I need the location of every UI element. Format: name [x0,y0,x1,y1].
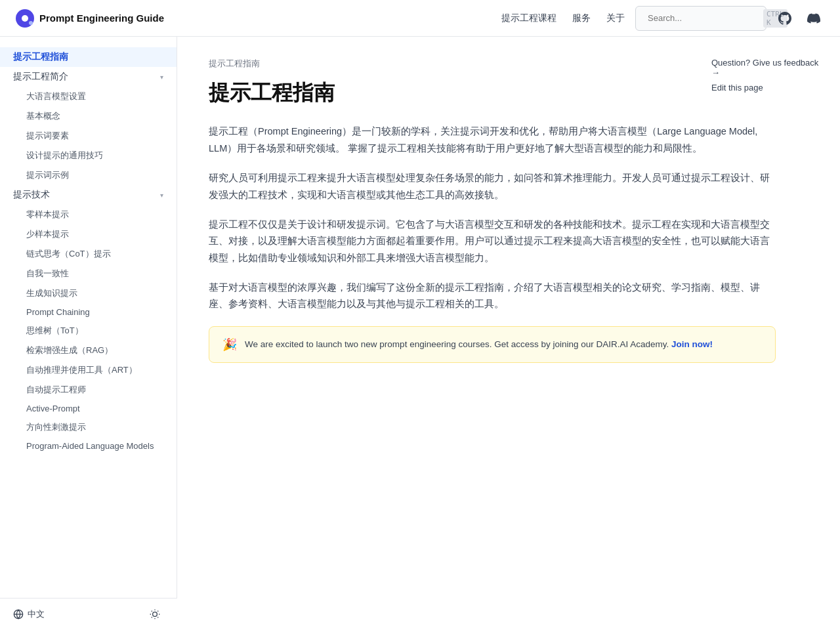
breadcrumb: 提示工程指南 [209,58,776,70]
search-input[interactable] [648,13,758,23]
sidebar-label: 零样本提示 [26,209,69,220]
sidebar-item-palm[interactable]: Program-Aided Language Models [0,437,177,455]
sidebar-label: 生成知识提示 [26,287,77,299]
notice-text: We are excited to launch two new prompt … [245,337,713,352]
discord-icon-btn[interactable] [803,8,824,29]
sidebar-item-general-tips[interactable]: 设计提示的通用技巧 [0,146,177,165]
notice-emoji: 🎉 [222,337,237,352]
sidebar-item-active-prompt[interactable]: Active-Prompt [0,400,177,417]
sidebar-item-basic-concepts[interactable]: 基本概念 [0,106,177,126]
edit-page-link[interactable]: Edit this page [711,83,824,93]
paragraph-2: 研究人员可利用提示工程来提升大语言模型处理复杂任务场景的能力，如问答和算术推理能… [209,170,776,203]
nav-link-service[interactable]: 服务 [572,12,591,24]
lang-button[interactable]: 中文 [13,608,45,620]
sidebar-item-directional[interactable]: 方向性刺激提示 [0,417,177,437]
sidebar-item-prompt-examples[interactable]: 提示词示例 [0,165,177,185]
lang-label: 中文 [28,608,45,620]
sidebar-label: Prompt Chaining [26,307,90,317]
notice-body-text: We are excited to launch two new prompt … [245,339,669,349]
sidebar-item-guide-main[interactable]: 提示工程指南 [0,47,177,67]
github-icon [778,12,791,25]
nav-link-about[interactable]: 关于 [606,12,625,24]
sidebar-item-tot[interactable]: 思维树（ToT） [0,321,177,341]
right-panel: Question? Give us feedback → Edit this p… [696,37,840,119]
sidebar-item-self-consistency[interactable]: 自我一致性 [0,264,177,284]
sidebar-label: 检索增强生成（RAG） [26,345,113,356]
sidebar-label: 基本概念 [26,110,60,122]
sidebar-item-auto-prompt[interactable]: 自动提示工程师 [0,380,177,400]
sidebar-label: Active-Prompt [26,404,80,413]
logo-dot [29,21,33,25]
sidebar-label: 提示工程简介 [13,71,68,83]
sidebar-section-techniques[interactable]: 提示技术 ▾ [0,185,177,205]
nav-icons [774,8,824,29]
main-content: 提示工程指南 提示工程指南 提示工程（Prompt Engineering）是一… [177,37,807,630]
sidebar-label: 方向性刺激提示 [26,421,86,433]
sidebar-label: 自动提示工程师 [26,384,86,396]
sidebar-label: 提示技术 [13,189,50,201]
sidebar-section-intro[interactable]: 提示工程简介 ▾ [0,67,177,87]
sidebar-item-prompt-chaining[interactable]: Prompt Chaining [0,303,177,321]
theme-toggle-button[interactable] [146,605,164,623]
search-box[interactable]: CTRL K [635,6,766,31]
paragraph-1: 提示工程（Prompt Engineering）是一门较新的学科，关注提示词开发… [209,123,776,157]
notice-join-link[interactable]: Join now! [671,339,713,349]
sidebar-item-llm-settings[interactable]: 大语言模型设置 [0,87,177,106]
sidebar-label: 少样本提示 [26,228,69,240]
chevron-down-icon: ▾ [160,192,163,199]
feedback-link[interactable]: Question? Give us feedback → [711,58,824,77]
sidebar-item-few-shot[interactable]: 少样本提示 [0,224,177,244]
sidebar-item-rag[interactable]: 检索增强生成（RAG） [0,341,177,360]
nav-logo-text: Prompt Engineering Guide [39,12,164,24]
sidebar-label: 自我一致性 [26,268,69,280]
paragraph-4: 基于对大语言模型的浓厚兴趣，我们编写了这份全新的提示工程指南，介绍了大语言模型相… [209,280,776,313]
sidebar: 提示工程指南 提示工程简介 ▾ 大语言模型设置 基本概念 提示词要素 设计提示的… [0,37,177,630]
svg-line-11 [152,617,152,618]
logo-icon [16,9,34,28]
nav-links: 提示工程课程 服务 关于 [501,12,625,24]
sun-icon [150,609,160,620]
nav-link-course[interactable]: 提示工程课程 [501,12,556,24]
notice-box: 🎉 We are excited to launch two new promp… [209,326,776,363]
sidebar-label: 提示词要素 [26,130,69,142]
discord-icon [807,12,820,25]
github-icon-btn[interactable] [774,8,795,29]
sidebar-label: 提示词示例 [26,169,69,181]
sidebar-label: 思维树（ToT） [26,325,83,337]
sidebar-item-cot[interactable]: 链式思考（CoT）提示 [0,244,177,264]
sidebar-label: 自动推理并使用工具（ART） [26,364,137,376]
svg-line-8 [158,617,158,618]
nav-logo[interactable]: Prompt Engineering Guide [16,9,164,28]
sidebar-label: 大语言模型设置 [26,91,86,102]
chevron-down-icon: ▾ [160,74,163,81]
svg-line-7 [152,611,152,612]
sidebar-item-generated-knowledge[interactable]: 生成知识提示 [0,284,177,303]
sidebar-item-art[interactable]: 自动推理并使用工具（ART） [0,360,177,380]
svg-point-4 [153,612,158,617]
sidebar-label: Program-Aided Language Models [26,441,154,451]
svg-line-12 [158,611,158,612]
sidebar-label: 链式思考（CoT）提示 [26,248,111,260]
sidebar-label: 提示工程指南 [13,51,68,63]
paragraph-3: 提示工程不仅仅是关于设计和研发提示词。它包含了与大语言模型交互和研发的各种技能和… [209,217,776,266]
sidebar-item-prompt-elements[interactable]: 提示词要素 [0,126,177,146]
globe-icon [13,609,24,620]
sidebar-item-zero-shot[interactable]: 零样本提示 [0,205,177,224]
top-nav: Prompt Engineering Guide 提示工程课程 服务 关于 CT… [0,0,840,37]
content-body: 提示工程（Prompt Engineering）是一门较新的学科，关注提示词开发… [209,123,776,363]
sidebar-label: 设计提示的通用技巧 [26,150,103,161]
layout: 提示工程指南 提示工程简介 ▾ 大语言模型设置 基本概念 提示词要素 设计提示的… [0,37,840,630]
page-title: 提示工程指南 [209,80,776,105]
sidebar-bottom: 中文 [0,598,177,630]
